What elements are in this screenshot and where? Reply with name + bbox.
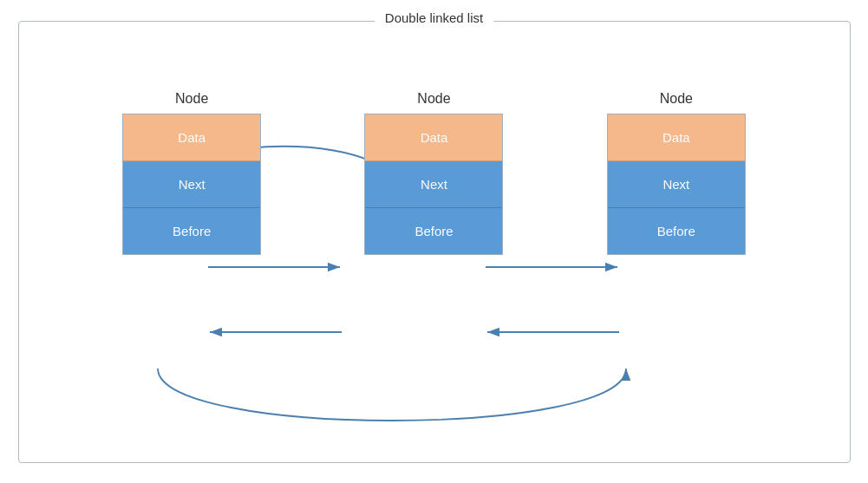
diagram-title: Double linked list <box>375 10 493 25</box>
nodes-area: Node Data Next Before Node Data Next Bef… <box>19 91 850 462</box>
node-2: Node Data Next Before <box>364 91 503 255</box>
node-2-data: Data <box>365 114 502 161</box>
node-1-before: Before <box>123 208 260 254</box>
node-3-next: Next <box>608 161 745 208</box>
node-3-box: Data Next Before <box>607 114 746 255</box>
node-1-data: Data <box>123 114 260 161</box>
node-3-data: Data <box>608 114 745 161</box>
node-2-label: Node <box>417 91 450 107</box>
node-3: Node Data Next Before <box>607 91 746 255</box>
node-1-label: Node <box>175 91 208 107</box>
node-3-label: Node <box>660 91 693 107</box>
node-2-before: Before <box>365 208 502 254</box>
diagram-container: Double linked list Node Data Next <box>18 21 851 463</box>
node-1-next: Next <box>123 161 260 208</box>
node-3-before: Before <box>608 208 745 254</box>
node-2-next: Next <box>365 161 502 208</box>
node-2-box: Data Next Before <box>364 114 503 255</box>
node-1: Node Data Next Before <box>122 91 261 255</box>
node-1-box: Data Next Before <box>122 114 261 255</box>
